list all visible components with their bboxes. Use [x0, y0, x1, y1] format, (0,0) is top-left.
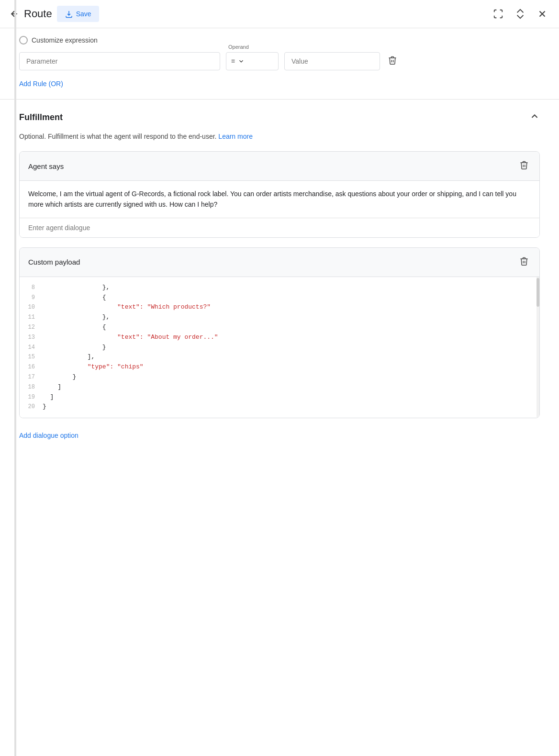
agent-text-content: Welcome, I am the virtual agent of G-Rec… — [20, 181, 539, 218]
code-line: 19 ] — [20, 392, 537, 402]
scrollbar-thumb — [537, 278, 539, 307]
operand-value: = — [231, 57, 235, 65]
code-wrapper: 8 },9 {10 "text": "Which products?"11 },… — [20, 277, 539, 418]
parameter-input[interactable] — [19, 52, 220, 70]
customize-section: Customize expression = Operand Operand — [0, 28, 559, 100]
code-line: 9 { — [20, 293, 537, 303]
code-line: 14 } — [20, 343, 537, 353]
code-line: 16 "type": "chips" — [20, 362, 537, 372]
code-line: 8 }, — [20, 283, 537, 293]
custom-payload-header: Custom payload — [20, 248, 539, 277]
scrollbar-track — [537, 277, 539, 418]
code-line: 12 { — [20, 322, 537, 333]
delete-custom-payload-button[interactable] — [517, 255, 531, 270]
code-line: 15 ], — [20, 352, 537, 362]
agent-says-header: Agent says — [20, 152, 539, 181]
add-rule-button[interactable]: Add Rule (OR) — [19, 78, 63, 89]
header-left: Route Save — [10, 6, 485, 22]
save-label: Save — [76, 10, 91, 18]
learn-more-link[interactable]: Learn more — [218, 133, 253, 140]
delete-agent-says-button[interactable] — [517, 158, 531, 174]
fulfillment-collapse-button[interactable] — [529, 111, 540, 124]
expand-button[interactable] — [513, 7, 527, 21]
fulfillment-description: Optional. Fulfillment is what the agent … — [19, 132, 540, 142]
customize-radio[interactable] — [19, 36, 28, 44]
delete-rule-button[interactable] — [386, 54, 399, 69]
code-area[interactable]: 8 },9 {10 "text": "Which products?"11 },… — [20, 277, 539, 418]
page-title: Route — [24, 8, 52, 20]
customize-label: Customize expression — [32, 36, 98, 44]
rule-row: = Operand Operand — [19, 52, 540, 70]
fulfillment-title: Fulfillment — [19, 112, 63, 122]
operand-select[interactable]: = Operand — [226, 52, 279, 70]
fullscreen-button[interactable] — [491, 7, 505, 21]
code-line: 10 "text": "Which products?" — [20, 302, 537, 312]
add-dialogue-button[interactable]: Add dialogue option — [19, 430, 78, 441]
value-input[interactable] — [284, 52, 380, 70]
header-actions — [491, 7, 549, 21]
code-line: 11 }, — [20, 312, 537, 322]
custom-payload-title: Custom payload — [28, 258, 80, 266]
agent-says-card: Agent says Welcome, I am the virtual age… — [19, 151, 540, 238]
code-line: 20} — [20, 402, 537, 412]
main-content: Customize expression = Operand Operand — [0, 28, 559, 453]
custom-payload-card: Custom payload 8 },9 {10 — [19, 247, 540, 418]
customize-radio-row: Customize expression — [19, 36, 540, 44]
code-line: 17 } — [20, 372, 537, 382]
save-button[interactable]: Save — [57, 6, 99, 22]
fulfillment-section: Fulfillment Optional. Fulfillment is wha… — [0, 100, 559, 453]
header: Route Save — [0, 0, 559, 28]
agent-says-title: Agent says — [28, 162, 64, 170]
code-line: 13 "text": "About my order..." — [20, 333, 537, 343]
agent-dialogue-input[interactable] — [20, 218, 539, 237]
close-button[interactable] — [535, 7, 549, 21]
code-line: 18 ] — [20, 382, 537, 392]
fulfillment-header: Fulfillment — [19, 111, 540, 124]
